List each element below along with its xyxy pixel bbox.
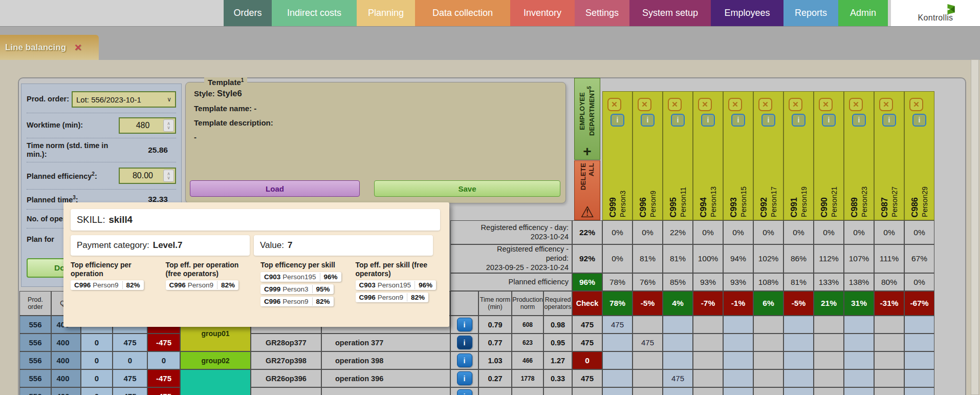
employee-info-icon[interactable]: i: [882, 114, 896, 127]
employee-info-icon[interactable]: i: [641, 114, 655, 127]
employee-info-icon[interactable]: i: [761, 114, 775, 127]
planned-efficiency-input[interactable]: 80.00 ∧∨: [119, 168, 176, 184]
assignment-cell[interactable]: [723, 387, 753, 395]
employee-info-icon[interactable]: i: [731, 114, 745, 127]
employee-info-icon[interactable]: i: [671, 114, 685, 127]
assignment-cell[interactable]: [904, 316, 934, 334]
assignment-cell[interactable]: [753, 316, 783, 334]
nav-tab-inventory[interactable]: Inventory: [510, 0, 575, 26]
assignment-cell[interactable]: [753, 334, 783, 351]
employee-info-icon[interactable]: i: [912, 114, 926, 127]
worktime-stepper[interactable]: ∧∨: [163, 119, 174, 132]
load-template-button[interactable]: Load: [190, 180, 360, 197]
assignment-cell[interactable]: [633, 351, 663, 369]
assignment-cell[interactable]: [633, 316, 663, 334]
assignment-cell[interactable]: [783, 351, 814, 369]
nav-tab-orders[interactable]: Orders: [224, 0, 272, 26]
assignment-cell[interactable]: [633, 387, 663, 395]
assignment-cell[interactable]: [723, 369, 753, 387]
remove-employee-icon[interactable]: ✕: [879, 98, 893, 111]
remove-employee-icon[interactable]: ✕: [607, 98, 621, 111]
assignment-cell[interactable]: [693, 334, 723, 351]
assignment-cell[interactable]: [602, 334, 633, 351]
assignment-cell[interactable]: [663, 334, 693, 351]
assignment-cell[interactable]: [723, 334, 753, 351]
assignment-cell[interactable]: [602, 351, 633, 369]
assignment-cell[interactable]: [602, 387, 633, 395]
nav-tab-reports[interactable]: Reports: [783, 0, 838, 26]
nav-tab-data-collection[interactable]: Data collection: [415, 0, 510, 26]
assignment-cell[interactable]: [844, 316, 874, 334]
assignment-cell[interactable]: [783, 369, 814, 387]
assignment-cell[interactable]: [844, 351, 874, 369]
assignment-cell[interactable]: [693, 316, 723, 334]
assignment-cell[interactable]: [844, 369, 874, 387]
remove-employee-icon[interactable]: ✕: [849, 98, 863, 111]
remove-employee-icon[interactable]: ✕: [698, 98, 712, 111]
remove-employee-icon[interactable]: ✕: [758, 98, 772, 111]
assignment-cell[interactable]: [693, 369, 723, 387]
nav-tab-indirect-costs[interactable]: Indirect costs: [272, 0, 357, 26]
delete-all-button[interactable]: DELETE ALL ⚠: [574, 160, 600, 220]
assignment-cell[interactable]: [844, 334, 874, 351]
employee-info-icon[interactable]: i: [822, 114, 836, 127]
assignment-cell[interactable]: [814, 387, 844, 395]
employee-info-icon[interactable]: i: [852, 114, 866, 127]
remove-employee-icon[interactable]: ✕: [638, 98, 651, 111]
assignment-cell[interactable]: [663, 387, 693, 395]
prod-order-select[interactable]: Lot: 556/2023-10-1 ∨: [72, 91, 176, 108]
nav-tab-settings[interactable]: Settings: [575, 0, 629, 26]
assignment-cell[interactable]: [753, 351, 783, 369]
assignment-cell[interactable]: [783, 316, 814, 334]
assignment-cell[interactable]: [904, 369, 934, 387]
assignment-cell[interactable]: 475: [663, 369, 693, 387]
assignment-cell[interactable]: [783, 387, 814, 395]
worktime-input[interactable]: 480 ∧∨: [119, 117, 176, 134]
assignment-cell[interactable]: [693, 387, 723, 395]
page-scrollbar[interactable]: [971, 59, 979, 395]
remove-employee-icon[interactable]: ✕: [728, 98, 742, 111]
assignment-cell[interactable]: [633, 369, 663, 387]
assignment-cell[interactable]: [814, 351, 844, 369]
tab-close-icon[interactable]: ✕: [74, 42, 82, 53]
employee-info-icon[interactable]: i: [701, 114, 715, 127]
assignment-cell[interactable]: [693, 351, 723, 369]
assignment-cell[interactable]: [602, 369, 633, 387]
assignment-cell[interactable]: [783, 334, 814, 351]
assignment-cell[interactable]: [723, 316, 753, 334]
brand-logo[interactable]: Kontrollis: [891, 0, 980, 26]
assignment-cell[interactable]: [874, 334, 904, 351]
nav-tab-system-setup[interactable]: System setup: [629, 0, 711, 26]
assignment-cell[interactable]: [874, 387, 904, 395]
assignment-cell[interactable]: [663, 351, 693, 369]
nav-tab-admin[interactable]: Admin: [838, 0, 888, 26]
assignment-cell[interactable]: [874, 369, 904, 387]
remove-employee-icon[interactable]: ✕: [789, 98, 802, 111]
employee-info-icon[interactable]: i: [792, 114, 805, 127]
assignment-cell[interactable]: [723, 351, 753, 369]
assignment-cell[interactable]: [844, 387, 874, 395]
assignment-cell[interactable]: [904, 387, 934, 395]
planned-efficiency-stepper[interactable]: ∧∨: [163, 170, 174, 182]
nav-tab-planning[interactable]: Planning: [357, 0, 415, 26]
operation-info-button[interactable]: i: [457, 354, 472, 367]
remove-employee-icon[interactable]: ✕: [668, 98, 682, 111]
nav-tab-employees[interactable]: Employees: [711, 0, 783, 26]
operation-info-button[interactable]: i: [457, 389, 472, 395]
assignment-cell[interactable]: [904, 351, 934, 369]
assignment-cell[interactable]: [814, 316, 844, 334]
assignment-cell[interactable]: [874, 351, 904, 369]
assignment-cell[interactable]: [753, 369, 783, 387]
remove-employee-icon[interactable]: ✕: [819, 98, 833, 111]
tab-line-balancing[interactable]: Line balancing ✕: [0, 35, 99, 60]
assignment-cell[interactable]: [753, 387, 783, 395]
assignment-cell[interactable]: [904, 334, 934, 351]
assignment-cell[interactable]: 475: [633, 334, 663, 351]
assignment-cell[interactable]: [874, 316, 904, 334]
save-template-button[interactable]: Save: [374, 180, 560, 197]
add-employee-department-button[interactable]: EMPLOYEE DEPARTMENT5 +: [574, 78, 600, 160]
assignment-cell[interactable]: [663, 316, 693, 334]
assignment-cell[interactable]: [814, 334, 844, 351]
remove-employee-icon[interactable]: ✕: [909, 98, 923, 111]
operation-info-button[interactable]: i: [457, 336, 472, 349]
